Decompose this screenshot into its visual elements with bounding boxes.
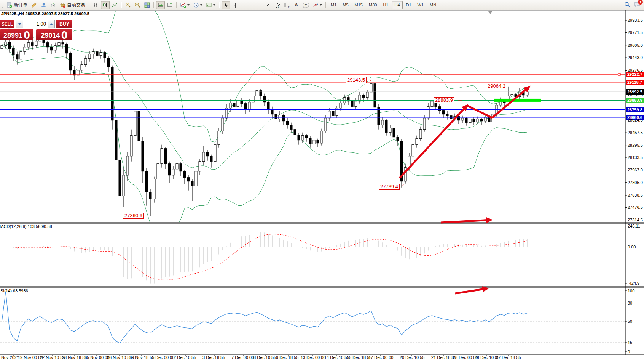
chart-title: JPN225-,H4 28952.5 28997.5 28927.5 28992… [1, 11, 89, 16]
chevron-down-icon [200, 4, 202, 6]
text-label-icon: T [303, 2, 309, 8]
candle-body [172, 169, 174, 175]
zoom-out-icon [135, 2, 140, 8]
toolbar-separator [121, 2, 122, 8]
candle-body [187, 178, 190, 181]
timeframe-button-mn[interactable]: MN [427, 1, 439, 9]
candle-body [248, 102, 250, 110]
candle-body [427, 107, 429, 118]
candle-body [123, 175, 125, 196]
timeframe-button-d1[interactable]: D1 [403, 1, 414, 9]
channel-tool-button[interactable]: E [273, 1, 282, 9]
zoom-out-button[interactable] [133, 1, 142, 9]
toolbar-right-group: 1 [622, 0, 642, 9]
candle-body [233, 103, 235, 107]
candle-body [416, 139, 418, 145]
candle-body [149, 192, 151, 199]
candle-body [50, 47, 53, 50]
toolbar-separator [153, 2, 154, 8]
bar-chart-mode-button[interactable] [91, 1, 100, 9]
tile-windows-button[interactable] [143, 1, 151, 9]
chart-canvas[interactable] [0, 0, 644, 359]
auto-trading-button[interactable]: 自动交易 [58, 1, 87, 9]
candle-body [381, 120, 384, 125]
candle-body [241, 101, 243, 104]
timeframe-button-m1[interactable]: M1 [328, 1, 339, 9]
crosshair-tool-button[interactable] [231, 1, 240, 9]
trendline-tool-button[interactable] [263, 1, 272, 9]
candle-body [385, 120, 387, 133]
buy-price-display[interactable]: 29014.0 [36, 29, 72, 40]
equidistant-channel-icon: E [274, 2, 280, 8]
auto-scroll-icon [158, 2, 163, 8]
crayon-tool-button[interactable] [30, 1, 38, 9]
toolbar-grip[interactable] [2, 2, 3, 8]
candle-body [157, 164, 159, 179]
search-button[interactable] [623, 0, 632, 9]
timeframe-button-m5[interactable]: M5 [340, 1, 351, 9]
candle-body [294, 130, 296, 135]
candle-body [24, 47, 26, 52]
support-zone-highlight [494, 99, 541, 102]
line-chart-mode-button[interactable] [110, 1, 119, 9]
timeframe-button-m30[interactable]: M30 [366, 1, 379, 9]
candle-body [465, 118, 467, 123]
candle-body [423, 118, 426, 130]
candle-body [107, 58, 110, 67]
candle-body [199, 162, 201, 171]
new-order-icon [6, 2, 12, 8]
candle-body [5, 42, 7, 46]
candle-body [397, 137, 399, 141]
arrows-tool-button[interactable] [311, 1, 324, 9]
fibonacci-tool-button[interactable]: F [282, 1, 291, 9]
text-label-tool-button[interactable]: T [301, 1, 311, 9]
candle-body [104, 53, 106, 58]
broadcast-button[interactable] [49, 1, 57, 9]
volume-value[interactable]: 1.00 [23, 20, 48, 28]
sell-price-display[interactable]: 28991.0 [0, 29, 33, 40]
timeframe-button-w1[interactable]: W1 [415, 1, 427, 9]
chart-shift-icon [167, 2, 173, 8]
candle-body [488, 117, 490, 122]
candle-body [298, 135, 300, 140]
toolbar-separator [176, 2, 177, 8]
chart-shift-button[interactable] [166, 1, 174, 9]
vertical-line-tool-button[interactable] [244, 1, 253, 9]
candle-body [191, 181, 193, 186]
timeframe-button-m15[interactable]: M15 [352, 1, 365, 9]
periods-button[interactable] [192, 1, 204, 9]
candle-body [27, 43, 30, 47]
horizontal-line-tool-button[interactable] [254, 1, 263, 9]
cursor-tool-button[interactable] [222, 1, 230, 9]
candlestick-mode-button[interactable] [101, 1, 110, 9]
arrow-shapes-icon [313, 2, 319, 8]
profile-icon [41, 2, 46, 8]
candle-body [65, 44, 68, 53]
zoom-in-button[interactable] [124, 1, 132, 9]
timeframe-button-h1[interactable]: H1 [380, 1, 391, 9]
auto-scroll-button[interactable] [156, 1, 165, 9]
vertical-line-icon [246, 2, 252, 8]
sell-button[interactable]: SELL [0, 20, 14, 28]
candle-body [54, 46, 56, 50]
new-order-button[interactable]: 新订单 [5, 1, 29, 9]
line-chart-icon [112, 2, 118, 8]
line-handle-marker [618, 73, 620, 75]
profile-button[interactable] [39, 1, 48, 9]
buy-button[interactable]: BUY [56, 20, 72, 28]
rsi-indicator-label: RSI(14) 63.5936 [0, 288, 28, 293]
candle-body [412, 145, 414, 156]
templates-button[interactable] [205, 1, 217, 9]
volume-decrease-button[interactable] [16, 20, 23, 28]
notifications-button[interactable]: 1 [633, 0, 642, 9]
timeframe-button-h4[interactable]: H4 [392, 1, 402, 9]
new-order-label: 新订单 [14, 2, 27, 8]
crosshair-icon [233, 2, 238, 8]
indicators-button[interactable] [179, 1, 191, 9]
candle-body [35, 41, 37, 46]
candle-body [46, 43, 49, 47]
volume-increase-button[interactable] [48, 20, 54, 28]
candle-body [370, 84, 372, 92]
bollinger-upper-line [2, 0, 527, 142]
text-tool-button[interactable]: A [292, 1, 301, 9]
